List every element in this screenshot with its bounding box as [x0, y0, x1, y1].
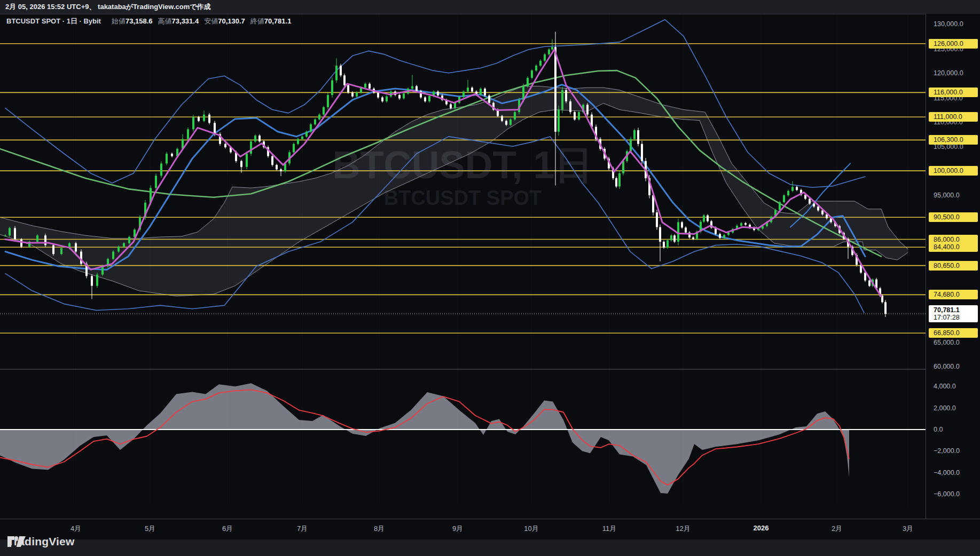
time-axis-label[interactable]: 11月 [602, 524, 617, 534]
price-axis[interactable]: 130,000.0120,000.095,000.060,000.0125,00… [926, 14, 980, 526]
time-axis-label[interactable]: 7月 [297, 524, 308, 534]
last-price-value: 70,781.1 [934, 306, 978, 314]
open-value: 73,158.6 [126, 17, 153, 25]
candle-body [123, 243, 125, 247]
candle-body [586, 105, 589, 114]
candle-body [364, 84, 366, 88]
candle-body [160, 163, 162, 176]
time-axis-label[interactable]: 2月 [832, 524, 842, 534]
candle-body [561, 90, 563, 110]
price-level-label[interactable]: 74,680.0 [929, 290, 978, 299]
time-axis-label[interactable]: 10月 [524, 524, 538, 534]
candle-body [703, 216, 705, 222]
candle-body [723, 235, 725, 238]
candle-body [166, 154, 168, 163]
candle-body [340, 66, 342, 75]
candle-body [214, 123, 216, 134]
indicator-pane[interactable] [0, 383, 926, 494]
candle-body [60, 248, 62, 254]
candle-body [622, 161, 624, 173]
price-level-label[interactable]: 126,000.0 [929, 39, 978, 49]
price-level-label[interactable]: 100,000.0 [929, 166, 978, 176]
candle-body [637, 130, 639, 144]
candle-body [450, 104, 452, 108]
chart-canvas[interactable] [0, 0, 980, 539]
candle-body [224, 144, 226, 147]
candle-body [327, 95, 329, 107]
tradingview-logo[interactable]: TradingView [7, 535, 75, 548]
low-label: 安値 [204, 17, 218, 25]
candle-body [424, 98, 426, 101]
price-pane[interactable] [0, 20, 926, 333]
candle-body [377, 92, 379, 97]
candle-body [318, 115, 320, 120]
price-level-label[interactable]: 111,000.0 [929, 112, 978, 122]
price-axis-label: 95,000.0 [926, 192, 980, 199]
time-axis-label[interactable]: 3月 [903, 524, 913, 534]
candle-body [488, 96, 490, 103]
candle-body [505, 121, 507, 125]
indicator-axis-label: −6,000.0 [926, 490, 980, 498]
candle-body [271, 156, 273, 165]
candle-body [101, 266, 104, 275]
price-level-label[interactable]: 80,650.0 [929, 261, 978, 271]
candle-body [187, 129, 189, 139]
candle-body [351, 92, 354, 96]
candle-body [112, 252, 114, 259]
candle-body [246, 154, 248, 167]
candle-body [480, 89, 482, 94]
time-axis[interactable]: 4月5月6月7月8月9月10月11月12月20262月3月 [0, 519, 980, 539]
candle-body [171, 154, 173, 156]
price-level-label[interactable]: 66,850.0 [929, 328, 978, 338]
candle-body [656, 212, 658, 227]
price-level-label[interactable]: 116,000.0 [929, 88, 978, 97]
last-price-label[interactable]: 70,781.117:07:28 [929, 305, 978, 322]
candle-body [428, 96, 430, 101]
price-axis-label: 120,000.0 [926, 69, 980, 77]
candle-body [96, 275, 98, 286]
candle-body [323, 107, 325, 115]
candle-body [117, 247, 120, 251]
candle-body [192, 117, 194, 129]
candle-body [403, 93, 405, 98]
candle-body [663, 242, 665, 248]
candle-body [331, 81, 333, 96]
price-level-label[interactable]: 90,500.0 [929, 212, 978, 222]
candle-body [398, 95, 401, 98]
symbol-legend[interactable]: BTCUSDT SPOT · 1日 · Bybit始値73,158.6高値73,… [6, 17, 291, 26]
candle-body [535, 66, 537, 70]
candle-body [208, 115, 210, 123]
candle-body [254, 136, 256, 141]
price-level-label[interactable]: 84,400.0 [929, 242, 978, 252]
time-axis-label[interactable]: 6月 [222, 524, 233, 534]
candle-body [544, 54, 546, 61]
candle-body [280, 169, 282, 171]
time-axis-label[interactable]: 8月 [374, 524, 385, 534]
time-axis-label[interactable]: 2026 [754, 524, 769, 532]
candle-body [633, 130, 636, 139]
high-value: 73,331.4 [172, 17, 199, 25]
symbol-title[interactable]: BTCUSDT SPOT · 1日 · Bybit [6, 17, 101, 25]
time-axis-label[interactable]: 4月 [70, 524, 81, 534]
indicator-axis-label: −2,000.0 [926, 447, 980, 455]
candle-body [813, 204, 815, 207]
time-axis-label[interactable]: 9月 [452, 524, 463, 534]
candle-body [527, 78, 529, 86]
candle-body [509, 120, 512, 125]
candle-body [868, 281, 871, 286]
candle-body [343, 75, 346, 85]
time-axis-label[interactable]: 5月 [145, 524, 155, 534]
candle-body [471, 88, 473, 91]
candle-body [817, 206, 819, 210]
candle-body [565, 90, 567, 101]
candle-body [4, 235, 6, 236]
candle-body [297, 139, 299, 144]
ichimoku-cloud [0, 86, 908, 296]
high-label: 高値 [158, 17, 172, 25]
candle-body [659, 227, 661, 242]
time-axis-label[interactable]: 12月 [676, 524, 690, 534]
candle-body [809, 198, 811, 203]
candle-body [80, 252, 82, 264]
candle-body [314, 120, 316, 124]
price-level-label[interactable]: 106,300.0 [929, 135, 978, 145]
